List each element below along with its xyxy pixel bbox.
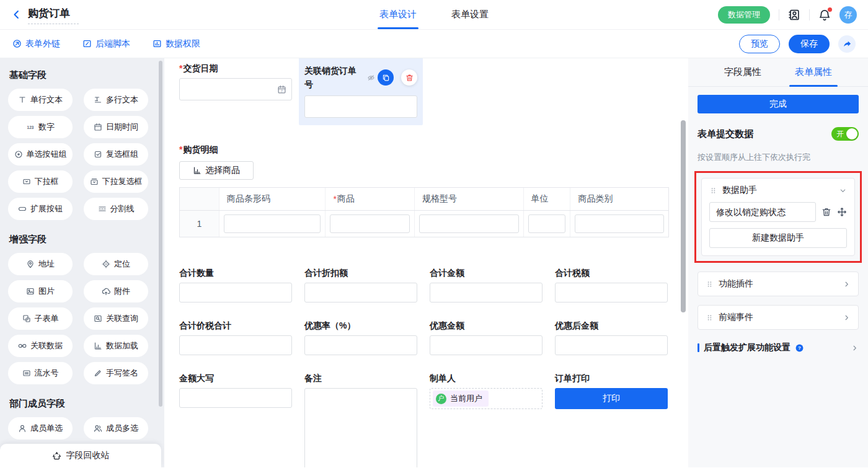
sidebar-field-linked-data[interactable]: 关联数据 [8, 335, 73, 357]
back-button[interactable] [11, 9, 22, 20]
field-total[interactable]: 合计数量 [179, 266, 292, 302]
total-field-input[interactable] [430, 335, 542, 355]
select-product-button[interactable]: 选择商品 [179, 161, 254, 180]
table-row: 1 [180, 211, 668, 237]
plugin-card[interactable]: 功能插件 [698, 272, 859, 296]
sidebar-field-linked-query[interactable]: 关联查询 [84, 307, 148, 330]
table-cell-input[interactable] [330, 214, 410, 233]
sidebar-field-signature[interactable]: 手写签名 [84, 362, 148, 384]
copy-field-button[interactable] [378, 69, 394, 86]
help-icon[interactable]: ? [795, 343, 804, 353]
tab-field-properties[interactable]: 字段属性 [724, 58, 761, 86]
table-cell-input[interactable] [575, 214, 664, 233]
sidebar-field-datetime[interactable]: 日期时间 [84, 116, 148, 138]
total-field-input[interactable] [555, 283, 668, 302]
total-field-input[interactable] [304, 335, 417, 355]
sidebar-field-multi-line-text[interactable]: 多行文本 [84, 89, 148, 111]
field-total[interactable]: 优惠金额 [430, 319, 542, 355]
field-linked-sales-order[interactable]: 关联销货订单号 [299, 58, 423, 125]
delete-field-button[interactable] [401, 69, 417, 86]
frontend-event-card[interactable]: 前端事件 [698, 305, 859, 330]
field-order-print[interactable]: 订单打印 打印 [555, 371, 668, 409]
data-assistant-item-row: 修改以销定购状态 [709, 202, 847, 222]
sidebar-field-single-line-text[interactable]: 单行文本 [8, 89, 73, 111]
save-button[interactable]: 保存 [789, 35, 830, 53]
field-total[interactable]: 优惠后金额 [555, 319, 668, 355]
field-amount-in-words[interactable]: 金额大写 [179, 371, 292, 408]
total-field-input[interactable] [179, 283, 292, 302]
remark-textarea[interactable] [304, 388, 417, 467]
sidebar-field-member-multi[interactable]: 成员多选 [84, 417, 148, 439]
toolbar-link-data-permission[interactable]: 数据权限 [153, 38, 200, 50]
total-field-input[interactable] [179, 335, 292, 355]
sidebar-field-label: 图片 [38, 286, 55, 297]
sidebar-field-member-single[interactable]: 成员单选 [8, 417, 73, 439]
tab-form-properties[interactable]: 表单属性 [795, 58, 832, 86]
drag-handle-icon [706, 314, 714, 322]
data-assistant-item[interactable]: 修改以销定购状态 [709, 202, 816, 222]
page-title[interactable]: 购货订单 [28, 5, 79, 24]
delete-assistant-icon[interactable] [822, 207, 831, 217]
table-cell-input[interactable] [419, 214, 519, 233]
creator-box[interactable]: 户 当前用户 [430, 388, 542, 409]
sidebar-field-location[interactable]: 定位 [84, 253, 148, 275]
sidebar-field-attachment[interactable]: 附件 [84, 280, 148, 302]
share-button[interactable] [838, 35, 856, 53]
notification-bell-icon[interactable] [818, 9, 831, 21]
toolbar-link-backend-script[interactable]: 后端脚本 [82, 38, 130, 50]
sidebar-field-label: 附件 [114, 286, 130, 297]
toolbar-link-form-external-link[interactable]: 表单外链 [12, 38, 60, 50]
sidebar-field-dropdown-multi[interactable]: 下拉复选框 [84, 170, 148, 193]
amount-in-words-input[interactable] [179, 388, 292, 408]
svg-text:?: ? [798, 345, 801, 351]
sidebar-field-image[interactable]: 图片 [8, 280, 73, 302]
field-total[interactable]: 合计价税合计 [179, 319, 292, 355]
sidebar-field-address[interactable]: 地址 [8, 253, 73, 275]
field-delivery-date[interactable]: 交货日期 7 [179, 61, 292, 125]
total-field-input[interactable] [430, 283, 542, 302]
table-cell-input[interactable] [224, 214, 321, 233]
tab-form-design[interactable]: 表单设计 [379, 0, 417, 29]
linked-sales-order-input[interactable] [304, 95, 417, 118]
post-trigger-settings[interactable]: 后置触发扩展功能设置 ? [698, 342, 859, 353]
sidebar-field-data-load[interactable]: 数据加载 [84, 335, 148, 357]
delivery-date-input[interactable]: 7 [179, 78, 292, 100]
field-total[interactable]: 合计金额 [430, 266, 542, 302]
sidebar-field-number[interactable]: 123数字 [8, 116, 73, 138]
field-remark[interactable]: 备注 [304, 371, 417, 467]
sidebar-field-serial-number[interactable]: 流水号 [8, 362, 73, 384]
field-total[interactable]: 优惠率（%） [304, 319, 417, 355]
submit-data-label: 表单提交数据 [698, 128, 753, 140]
sidebar-field-divider[interactable]: 分割线 [84, 198, 148, 220]
sidebar-field-subform[interactable]: 子表单 [8, 307, 73, 330]
share-icon [843, 39, 852, 48]
tab-form-settings[interactable]: 表单设置 [451, 0, 489, 29]
preview-button[interactable]: 预览 [739, 35, 780, 53]
move-assistant-icon[interactable] [837, 207, 847, 217]
field-total[interactable]: 合计税额 [555, 266, 668, 302]
drag-handle-icon[interactable] [709, 187, 717, 195]
sidebar-field-radio-group[interactable]: 单选按钮组 [8, 143, 73, 166]
field-creator[interactable]: 制单人 户 当前用户 [430, 371, 542, 409]
avatar[interactable]: 存 [839, 6, 857, 24]
total-field-input[interactable] [304, 283, 417, 302]
sidebar-field-extend-button[interactable]: 扩展按钮 [8, 198, 73, 220]
done-button[interactable]: 完成 [698, 95, 859, 113]
contacts-icon[interactable] [788, 9, 800, 21]
sidebar-field-dropdown[interactable]: 下拉框 [8, 170, 73, 193]
new-data-assistant-button[interactable]: 新建数据助手 [709, 228, 847, 248]
data-assistant-header[interactable]: 数据助手 [709, 185, 847, 196]
external-link-icon [12, 39, 22, 48]
submit-data-toggle[interactable]: 开 [831, 127, 859, 141]
canvas-scrollbar[interactable] [681, 120, 686, 312]
table-cell-input[interactable] [528, 214, 566, 233]
sidebar-field-checkbox-group[interactable]: 复选框组 [84, 143, 148, 166]
field-recycle-bin[interactable]: 字段回收站 [0, 444, 161, 467]
data-manage-button[interactable]: 数据管理 [718, 6, 770, 24]
divider [779, 9, 779, 20]
print-button[interactable]: 打印 [555, 388, 668, 409]
field-total[interactable]: 合计折扣额 [304, 266, 417, 302]
chevron-down-icon[interactable] [839, 187, 847, 195]
total-field-input[interactable] [555, 335, 668, 355]
sidebar-scrollbar[interactable] [159, 61, 162, 407]
